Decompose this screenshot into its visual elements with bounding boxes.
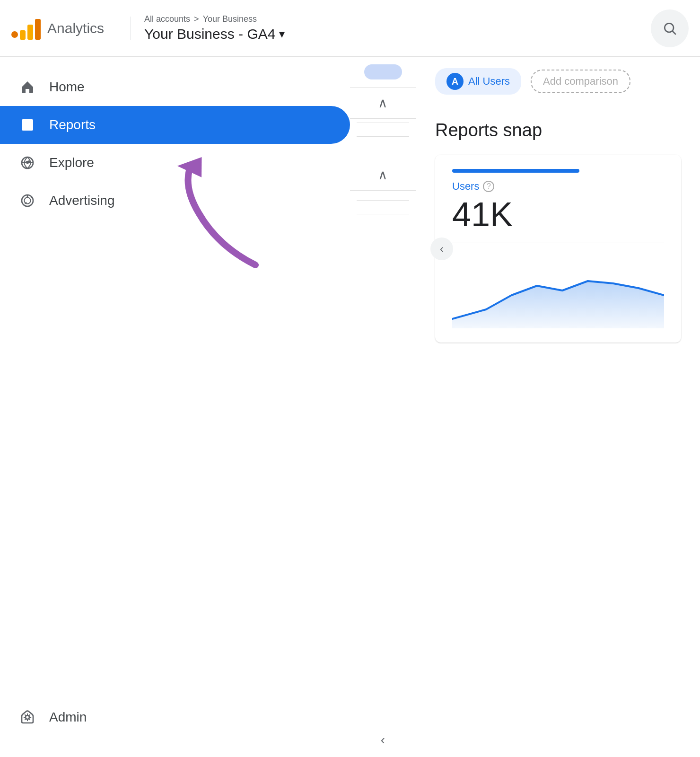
reports-snapshot-title: Reports snap [435,120,681,141]
metric-card-section: Users ? 41K [416,145,700,352]
svg-rect-3 [24,123,26,129]
divider-3 [357,200,409,201]
main-content: A All Users Add comparison Reports snap [416,57,700,757]
sidebar-item-advertising-label: Advertising [49,193,115,208]
breadcrumb-all-accounts[interactable]: All accounts [144,14,190,24]
sidebar-item-advertising[interactable]: Advertising [0,182,331,220]
divider-1 [357,123,409,123]
inner-sidebar-collapse-1[interactable]: ∧ [350,88,416,119]
logo-area: Analytics [11,17,104,40]
inner-sidebar-collapse-2[interactable]: ∧ [350,159,416,191]
property-name: Your Business - GA4 [144,26,275,42]
svg-rect-4 [27,122,29,129]
sidebar-item-admin-label: Admin [49,710,87,725]
sidebar-item-admin[interactable]: Admin [0,698,331,736]
advertising-icon [19,192,36,209]
reports-header: Reports snap [416,106,700,145]
sidebar-item-explore[interactable]: Explore [0,144,331,182]
nav-bottom: Admin [0,698,350,746]
metric-value: 41K [452,197,664,231]
all-users-label: All Users [468,75,510,88]
header-divider [131,17,131,40]
logo-bar-2 [27,25,33,40]
sidebar-item-explore-label: Explore [49,155,94,170]
logo-dot [11,31,18,38]
sidebar-item-reports-label: Reports [49,117,96,132]
card-header: Users ? [452,180,664,193]
logo-bar-3 [35,19,41,40]
all-users-chip[interactable]: A All Users [435,68,521,95]
sidebar-item-reports[interactable]: Reports [0,106,350,144]
breadcrumb: All accounts > Your Business Your Busine… [144,14,285,42]
app-header: Analytics All accounts > Your Business Y… [0,0,700,57]
analytics-logo-icon [11,17,41,40]
metric-label-text: Users [452,180,479,193]
sidebar-pill [364,64,402,79]
collapse-arrow-1: ∧ [378,95,388,111]
property-selector[interactable]: Your Business - GA4 ▾ [144,26,285,42]
divider-4 [357,214,409,214]
sidebar-left-arrow[interactable]: ‹ [381,732,385,748]
inner-sidebar-bottom[interactable]: ‹ [350,732,416,757]
divider-2 [357,136,409,137]
help-icon[interactable]: ? [483,181,494,192]
segments-bar: A All Users Add comparison [416,57,700,106]
inner-sidebar: ∧ ∧ ‹ [350,57,416,757]
breadcrumb-chevron: > [194,14,199,24]
metric-label: Users ? [452,180,494,193]
breadcrumb-top: All accounts > Your Business [144,14,285,24]
sidebar-item-home[interactable]: Home [0,68,331,106]
metric-card: Users ? 41K [435,155,681,343]
breadcrumb-business[interactable]: Your Business [203,14,257,24]
admin-icon [19,709,36,726]
reports-icon [19,116,36,133]
nav-arrow-icon: ‹ [440,242,444,255]
app-name: Analytics [47,20,104,36]
svg-rect-5 [29,125,31,129]
logo-bar-1 [20,30,26,40]
card-nav-left-arrow[interactable]: ‹ [430,238,453,260]
add-comparison-label: Add comparison [543,75,618,88]
collapse-arrow-2: ∧ [378,167,388,183]
explore-icon [19,154,36,171]
search-icon [662,21,677,36]
main-layout: Home Reports [0,57,700,757]
svg-line-11 [31,197,32,198]
sidebar-item-home-label: Home [49,79,85,95]
search-button[interactable] [651,9,689,47]
add-comparison-chip[interactable]: Add comparison [531,70,630,93]
svg-line-1 [673,31,675,34]
segment-avatar: A [446,73,464,90]
card-blue-bar [452,169,579,173]
property-dropdown-arrow: ▾ [279,27,285,41]
home-icon [19,79,36,96]
content-row: ∧ ∧ ‹ A All Users Add comp [350,57,700,757]
inner-sidebar-section-1 [350,57,416,88]
sidebar: Home Reports [0,57,350,757]
mini-chart [452,253,664,328]
card-divider [452,243,664,243]
